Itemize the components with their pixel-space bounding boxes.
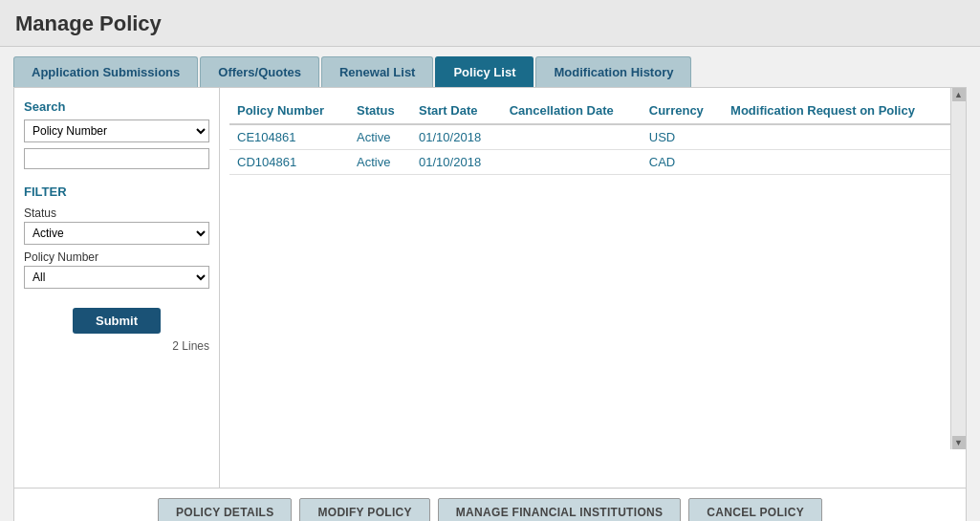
status-filter-select[interactable]: ActiveInactiveAll	[24, 222, 209, 245]
modify-policy-button[interactable]: MODIFY POLICY	[299, 498, 429, 521]
vertical-scrollbar[interactable]: ▲ ▼	[950, 88, 966, 449]
scroll-down-arrow[interactable]: ▼	[952, 436, 966, 449]
tab-policy-list[interactable]: Policy List	[435, 56, 534, 87]
main-content: Application Submissions Offers/Quotes Re…	[0, 47, 980, 521]
search-section-title: Search	[24, 99, 209, 114]
scroll-up-arrow[interactable]: ▲	[952, 88, 966, 101]
col-header-modification-request: Modification Request on Policy	[723, 98, 956, 124]
cell-currency: CAD	[642, 150, 723, 175]
search-type-select[interactable]: Policy NumberPolicy StatusStart Date	[24, 119, 209, 142]
cell-start-date: 01/10/2018	[411, 150, 502, 175]
status-label: Status	[24, 206, 209, 220]
bottom-buttons: POLICY DETAILS MODIFY POLICY MANAGE FINA…	[13, 488, 967, 521]
cell-policy-number: CD104861	[229, 150, 349, 175]
policy-table: Policy Number Status Start Date Cancella…	[229, 98, 956, 175]
cell-status: Active	[349, 124, 411, 150]
cell-cancellation-date	[502, 150, 642, 175]
col-header-policy-number: Policy Number	[229, 98, 349, 124]
cell-currency: USD	[642, 124, 723, 150]
table-row[interactable]: CD104861 Active 01/10/2018 CAD	[229, 150, 956, 175]
col-header-currency: Currency	[642, 98, 723, 124]
tab-offers-quotes[interactable]: Offers/Quotes	[200, 56, 319, 87]
cell-modification-request	[723, 124, 956, 150]
cell-modification-request	[723, 150, 956, 175]
tab-renewal-list[interactable]: Renewal List	[321, 56, 433, 87]
filter-title: FILTER	[24, 185, 209, 199]
search-input[interactable]	[24, 148, 209, 169]
policy-number-filter-select[interactable]: AllCE104861CD104861	[24, 266, 209, 289]
policy-number-label: Policy Number	[24, 250, 209, 264]
col-header-cancellation-date: Cancellation Date	[502, 98, 642, 124]
content-area: Search Policy NumberPolicy StatusStart D…	[13, 87, 967, 488]
cell-cancellation-date	[502, 124, 642, 150]
col-header-start-date: Start Date	[411, 98, 502, 124]
sidebar: Search Policy NumberPolicy StatusStart D…	[14, 88, 220, 488]
page-header: Manage Policy	[0, 0, 980, 47]
filter-section: FILTER Status ActiveInactiveAll Policy N…	[24, 185, 209, 294]
cell-status: Active	[349, 150, 411, 175]
tab-modification-history[interactable]: Modification History	[535, 56, 691, 87]
page-title: Manage Policy	[15, 11, 162, 35]
cancel-policy-button[interactable]: CANCEL POLICY	[688, 498, 822, 521]
table-row[interactable]: CE104861 Active 01/10/2018 USD	[229, 124, 956, 150]
lines-count: 2 Lines	[24, 339, 209, 353]
col-header-status: Status	[349, 98, 411, 124]
manage-financial-institutions-button[interactable]: MANAGE FINANCIAL INSTITUTIONS	[438, 498, 681, 521]
table-area: Policy Number Status Start Date Cancella…	[220, 88, 966, 488]
cell-start-date: 01/10/2018	[411, 124, 502, 150]
tab-application-submissions[interactable]: Application Submissions	[13, 56, 198, 87]
cell-policy-number: CE104861	[229, 124, 349, 150]
table-header-row: Policy Number Status Start Date Cancella…	[229, 98, 956, 124]
policy-details-button[interactable]: POLICY DETAILS	[158, 498, 292, 521]
tabs-bar: Application Submissions Offers/Quotes Re…	[13, 56, 967, 87]
submit-button[interactable]: Submit	[73, 308, 161, 334]
